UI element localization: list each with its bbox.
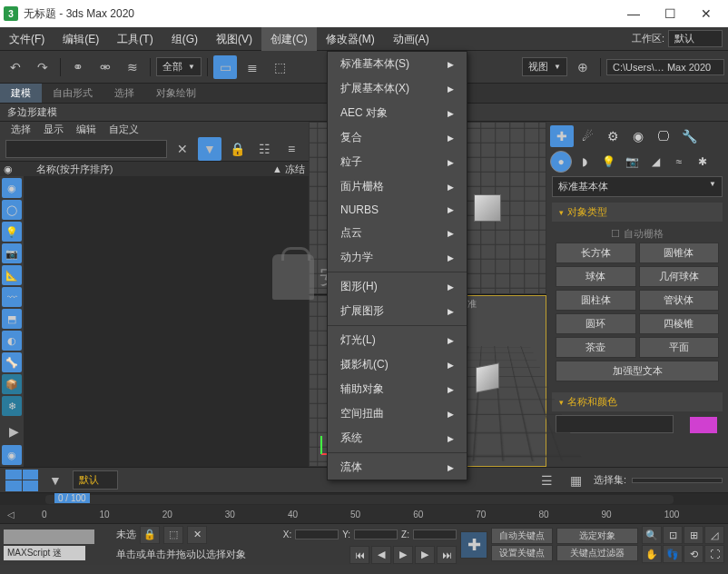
dd-shapes[interactable]: 图形(H)▶: [328, 274, 467, 299]
menu-edit[interactable]: 编辑(E): [54, 27, 108, 51]
filter-bone-icon[interactable]: 🦴: [2, 352, 22, 372]
viewcube-icon[interactable]: [474, 194, 501, 222]
pivot-button[interactable]: ⊕: [571, 55, 595, 79]
rollout-head-namecolor[interactable]: 名称和颜色: [552, 392, 723, 411]
btn-torus[interactable]: 圆环: [556, 313, 636, 334]
btn-box[interactable]: 长方体: [556, 242, 636, 263]
dd-ext-primitives[interactable]: 扩展基本体(X)▶: [328, 76, 467, 101]
filter-geometry-icon[interactable]: ◉: [2, 178, 22, 198]
layers-icon[interactable]: ☰: [536, 469, 559, 492]
add-key-icon[interactable]: ✚: [460, 531, 487, 559]
sub-helper-icon[interactable]: ◢: [644, 151, 666, 173]
track-expand-icon[interactable]: ◁: [7, 510, 15, 520]
category-dropdown[interactable]: 标准基本体▼: [552, 176, 723, 197]
menu-create[interactable]: 创建(C): [261, 27, 317, 51]
filter-dropdown[interactable]: 全部▼: [156, 57, 202, 76]
filter-helper-icon[interactable]: 📐: [2, 265, 22, 285]
exp-menu-custom[interactable]: 自定义: [109, 123, 139, 136]
max-toggle-icon[interactable]: ⛶: [704, 545, 724, 563]
selobj-dropdown[interactable]: 选定对象: [556, 528, 638, 544]
y-input[interactable]: [354, 529, 398, 539]
marquee-button[interactable]: ⬚: [268, 55, 291, 79]
unlink-button[interactable]: ⚮: [93, 55, 117, 79]
orbit-icon[interactable]: ⟲: [684, 545, 703, 563]
keyfilter-button[interactable]: 关键点过滤器: [556, 545, 638, 561]
layout-dropdown-icon[interactable]: ▼: [44, 469, 67, 492]
sub-geometry-icon[interactable]: ●: [550, 151, 572, 173]
color-swatch[interactable]: [690, 417, 717, 433]
zoom-all-icon[interactable]: ⊡: [663, 526, 683, 544]
dd-particles[interactable]: 粒子▶: [328, 150, 467, 174]
sub-camera-icon[interactable]: 📷: [621, 151, 643, 173]
dd-cameras[interactable]: 摄影机(C)▶: [328, 352, 467, 377]
filter-xref-icon[interactable]: ◐: [2, 331, 22, 351]
sub-warp-icon[interactable]: ≈: [668, 151, 690, 173]
btn-pyramid[interactable]: 四棱锥: [639, 313, 720, 334]
filter-shape-icon[interactable]: ◯: [2, 200, 22, 220]
z-input[interactable]: [413, 529, 457, 539]
menu-file[interactable]: 文件(F): [0, 27, 54, 51]
filter-frozen-icon[interactable]: ❄: [2, 396, 22, 416]
dd-compound[interactable]: 复合▶: [328, 125, 467, 150]
dd-dynamics[interactable]: 动力学▶: [328, 245, 467, 270]
eye-icon[interactable]: ◉: [4, 163, 18, 175]
pan-icon[interactable]: ✋: [642, 545, 662, 563]
tab-objpaint[interactable]: 对象绘制: [145, 84, 207, 103]
selset-dropdown[interactable]: [632, 478, 723, 483]
menu-anim[interactable]: 动画(A): [384, 27, 438, 51]
sub-light-icon[interactable]: 💡: [597, 151, 619, 173]
clear-search-icon[interactable]: ✕: [171, 137, 194, 161]
autokey-button[interactable]: 自动关键点: [491, 528, 553, 544]
dd-helpers[interactable]: 辅助对象▶: [328, 377, 467, 401]
list-icon[interactable]: ≡: [280, 137, 303, 161]
search-input[interactable]: [5, 140, 167, 158]
exp-menu-edit[interactable]: 编辑: [76, 123, 96, 136]
sub-shape-icon[interactable]: ◗: [574, 151, 595, 173]
btn-tube[interactable]: 管状体: [639, 290, 720, 311]
lock-selection-icon[interactable]: 🔒: [140, 526, 160, 544]
select-tool[interactable]: ▭: [213, 55, 237, 79]
x-input[interactable]: [295, 529, 339, 539]
tab-display-icon[interactable]: 🖵: [652, 125, 675, 147]
project-path[interactable]: C:\Users\… Max 2020: [606, 59, 724, 75]
close-button[interactable]: ✕: [688, 1, 724, 26]
isolate-icon[interactable]: ▦: [565, 469, 588, 492]
btn-textplus[interactable]: 加强型文本: [556, 361, 719, 381]
menu-group[interactable]: 组(G): [162, 27, 207, 51]
dd-patch[interactable]: 面片栅格▶: [328, 174, 467, 199]
bind-button[interactable]: ≋: [121, 55, 144, 79]
link-button[interactable]: ⚭: [66, 55, 90, 79]
col-frozen[interactable]: ▲ 冻结: [272, 163, 305, 176]
workspace-value[interactable]: 默认: [668, 30, 723, 47]
refcoord-dropdown[interactable]: 视图▼: [522, 57, 567, 76]
tab-utility-icon[interactable]: 🔧: [677, 125, 701, 147]
btn-cylinder[interactable]: 圆柱体: [556, 290, 636, 311]
goto-end-icon[interactable]: ⏭: [437, 546, 457, 564]
object-name-input[interactable]: [556, 415, 674, 433]
fov-icon[interactable]: ◿: [704, 526, 724, 544]
tab-motion-icon[interactable]: ◉: [626, 125, 650, 147]
next-frame-icon[interactable]: ▶: [415, 546, 435, 564]
autogrid-checkbox[interactable]: ☐ 自动栅格: [556, 225, 719, 242]
btn-geosphere[interactable]: 几何球体: [639, 266, 720, 287]
filter-group-icon[interactable]: ⬒: [2, 309, 22, 329]
tab-selection[interactable]: 选择: [103, 84, 145, 103]
walk-icon[interactable]: 👣: [663, 545, 683, 563]
btn-sphere[interactable]: 球体: [556, 266, 636, 287]
filter-icon[interactable]: ▼: [198, 137, 221, 161]
track-bar[interactable]: ◁ 0 10 20 30 40 50 60 70 80 90 100: [0, 505, 728, 523]
dd-std-primitives[interactable]: 标准基本体(S)▶: [328, 52, 467, 76]
exp-menu-display[interactable]: 显示: [44, 123, 64, 136]
tab-modeling[interactable]: 建模: [0, 84, 42, 103]
slider-track[interactable]: [45, 495, 674, 504]
expand-icon[interactable]: ▶: [2, 420, 25, 443]
maximize-button[interactable]: ☐: [652, 1, 688, 26]
undo-button[interactable]: ↶: [4, 55, 27, 79]
zoom-extents-icon[interactable]: ⊞: [684, 526, 703, 544]
layer-dropdown[interactable]: 默认: [73, 470, 118, 490]
setkey-button[interactable]: 设置关键点: [491, 545, 553, 561]
dd-ext-shapes[interactable]: 扩展图形▶: [328, 299, 467, 323]
redo-button[interactable]: ↷: [31, 55, 54, 79]
filter-light-icon[interactable]: 💡: [2, 222, 22, 242]
select-name-button[interactable]: ≣: [241, 55, 264, 79]
